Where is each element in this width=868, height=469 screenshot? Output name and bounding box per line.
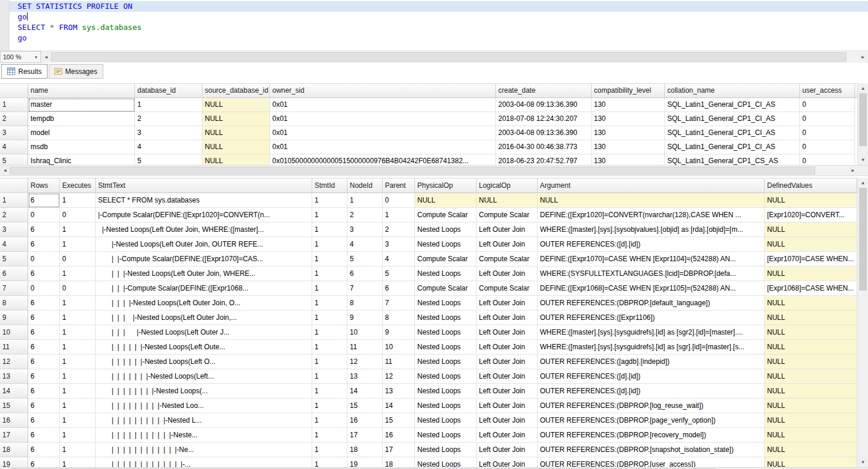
grid-cell[interactable]: NULL	[477, 193, 538, 208]
grid-cell[interactable]: DEFINE:([Expr1068]=CASE WHEN [Expr1105]=…	[538, 281, 765, 296]
grid-cell[interactable]: Left Outer Join	[477, 413, 538, 428]
grid-cell[interactable]: 12	[347, 355, 383, 369]
grid-cell[interactable]: | | | | | | | | | | | | |-...	[96, 457, 312, 467]
grid-cell[interactable]: 1	[60, 369, 96, 384]
editor-hscrollbar[interactable]	[51, 51, 858, 63]
grid-cell[interactable]: 1	[312, 457, 347, 467]
row-number[interactable]: 7	[0, 281, 28, 296]
grid-cell[interactable]: Nested Loops	[415, 355, 477, 369]
row-number[interactable]: 8	[0, 296, 28, 311]
grid-cell[interactable]: NULL	[765, 296, 857, 311]
row-number[interactable]: 18	[0, 443, 28, 457]
grid-cell[interactable]: NULL	[765, 413, 857, 428]
grid-cell[interactable]: 0x01	[270, 98, 496, 112]
grid-cell[interactable]: 17	[347, 428, 383, 443]
column-header-owner_sid[interactable]: owner_sid	[270, 83, 496, 98]
row-number[interactable]: 5	[0, 154, 28, 165]
grid-cell[interactable]: 1	[60, 266, 96, 281]
grid-cell[interactable]: 130	[592, 154, 665, 165]
grid-cell[interactable]: 6	[28, 237, 60, 252]
scroll-left-arrow[interactable]: ◄	[0, 166, 10, 176]
grid-cell[interactable]: NULL	[202, 98, 270, 112]
grid-cell[interactable]: WHERE:([master].[sys].[sysobjvalues].[ob…	[538, 222, 765, 237]
grid-cell[interactable]: 1	[312, 252, 347, 266]
grid2-vscrollbar[interactable]: ▲ ▼	[857, 178, 868, 467]
grid-cell[interactable]: 0	[28, 281, 60, 296]
grid-cell[interactable]: 5	[135, 154, 202, 165]
grid-cell[interactable]: |-Compute Scalar(DEFINE:([Expr1020]=CONV…	[96, 208, 312, 222]
grid-cell[interactable]: 4	[347, 237, 383, 252]
grid-cell[interactable]: 3	[347, 222, 383, 237]
grid-cell[interactable]: OUTER REFERENCES:(DBPROP.[default_langua…	[538, 296, 765, 311]
grid-cell[interactable]: 2	[383, 222, 415, 237]
grid-cell[interactable]: 12	[383, 369, 415, 384]
grid-cell[interactable]: 0	[60, 281, 96, 296]
grid-cell[interactable]: [Expr1068]=CASE WHEN...	[765, 281, 857, 296]
grid-cell[interactable]: 2	[135, 112, 202, 126]
grid-cell[interactable]: 1	[60, 222, 96, 237]
grid-cell[interactable]: msdb	[28, 140, 135, 154]
grid-cell[interactable]: 1	[383, 208, 415, 222]
grid-cell[interactable]: | | |-Nested Loops(Left Outer Join, WHER…	[96, 266, 312, 281]
grid1-hscrollbar[interactable]: ◄ ►	[0, 165, 868, 176]
grid-cell[interactable]: 2	[347, 208, 383, 222]
grid-cell[interactable]: OUTER REFERENCES:(DBPROP.[log_reuse_wait…	[538, 399, 765, 413]
row-number[interactable]: 16	[0, 413, 28, 428]
grid-cell[interactable]: 1	[312, 208, 347, 222]
grid-cell[interactable]: 15	[383, 413, 415, 428]
grid-cell[interactable]: OUTER REFERENCES:(DBPROP.[page_verify_op…	[538, 413, 765, 428]
grid-cell[interactable]: 1	[312, 399, 347, 413]
grid-cell[interactable]: 0	[800, 98, 855, 112]
grid-cell[interactable]: 6	[347, 266, 383, 281]
editor-scroll-right-button[interactable]: ►	[858, 51, 868, 63]
grid-cell[interactable]: 3	[135, 126, 202, 140]
grid-cell[interactable]: OUTER REFERENCES:([d].[id])	[538, 369, 765, 384]
grid-cell[interactable]: 17	[383, 443, 415, 457]
grid-cell[interactable]: 6	[28, 384, 60, 399]
grid-cell[interactable]: 6	[28, 443, 60, 457]
grid-cell[interactable]: 3	[383, 237, 415, 252]
select-all-corner[interactable]	[0, 83, 28, 98]
grid-cell[interactable]: 1	[60, 296, 96, 311]
grid-cell[interactable]: 0	[28, 252, 60, 266]
column-header-logicalop[interactable]: LogicalOp	[477, 178, 538, 193]
grid-cell[interactable]: 6	[28, 266, 60, 281]
grid-cell[interactable]: WHERE:(SYSFULLTEXTLANGUAGES.[lcid]=DBPRO…	[538, 266, 765, 281]
grid-cell[interactable]: Left Outer Join	[477, 311, 538, 325]
row-number[interactable]: 10	[0, 325, 28, 340]
grid-cell[interactable]: Left Outer Join	[477, 369, 538, 384]
grid-cell[interactable]: NULL	[765, 399, 857, 413]
grid-cell[interactable]: SQL_Latin1_General_CP1_CI_AS	[665, 126, 800, 140]
grid-cell[interactable]: 1	[60, 457, 96, 467]
row-number[interactable]: 4	[0, 140, 28, 154]
grid-cell[interactable]: Compute Scalar	[415, 208, 477, 222]
row-number[interactable]: 3	[0, 222, 28, 237]
grid-cell[interactable]: NULL	[538, 193, 765, 208]
grid-cell[interactable]: 1	[312, 311, 347, 325]
grid-cell[interactable]: 0x01	[270, 140, 496, 154]
grid-cell[interactable]: |-Nested Loops(Left Outer Join, OUTER RE…	[96, 237, 312, 252]
grid-cell[interactable]: 10	[383, 340, 415, 355]
grid-cell[interactable]: WHERE:([master].[sys].[sysguidrefs].[id]…	[538, 325, 765, 340]
column-header-rows[interactable]: Rows	[28, 178, 60, 193]
grid-cell[interactable]: Compute Scalar	[415, 281, 477, 296]
row-number[interactable]: 15	[0, 399, 28, 413]
grid-cell[interactable]: Nested Loops	[415, 443, 477, 457]
grid-cell[interactable]: NULL	[765, 237, 857, 252]
grid-cell[interactable]: 11	[383, 355, 415, 369]
grid-cell[interactable]: NULL	[765, 266, 857, 281]
grid-cell[interactable]: SQL_Latin1_General_CP1_CI_AS	[665, 112, 800, 126]
grid-cell[interactable]: Left Outer Join	[477, 428, 538, 443]
grid-cell[interactable]: 5	[383, 266, 415, 281]
row-number[interactable]: 5	[0, 252, 28, 266]
column-header-executes[interactable]: Executes	[60, 178, 96, 193]
grid-cell[interactable]: 6	[28, 428, 60, 443]
grid-cell[interactable]: | | | |-Nested Loops(Left Outer Join,...	[96, 311, 312, 325]
grid-cell[interactable]: 1	[60, 325, 96, 340]
grid-cell[interactable]: 11	[347, 340, 383, 355]
grid-cell[interactable]: 9	[347, 311, 383, 325]
row-number[interactable]: 14	[0, 384, 28, 399]
grid-cell[interactable]: 0	[383, 193, 415, 208]
scroll-up-arrow[interactable]: ▲	[858, 178, 868, 188]
grid-cell[interactable]: OUTER REFERENCES:([Expr1106])	[538, 311, 765, 325]
